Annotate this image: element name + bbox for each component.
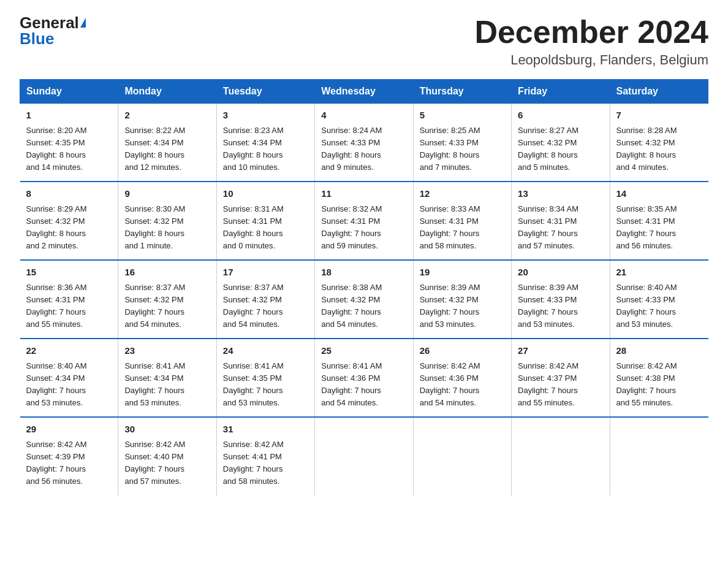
calendar-day-cell: 14Sunrise: 8:35 AM Sunset: 4:31 PM Dayli… [610, 182, 708, 260]
day-number: 29 [26, 423, 112, 437]
day-number: 12 [420, 187, 505, 201]
day-number: 26 [420, 344, 505, 358]
header-sunday: Sunday [20, 80, 118, 104]
day-info: Sunrise: 8:42 AM Sunset: 4:39 PM Dayligh… [26, 439, 112, 488]
calendar-day-cell: 16Sunrise: 8:37 AM Sunset: 4:32 PM Dayli… [118, 260, 216, 339]
day-number: 17 [223, 266, 308, 280]
calendar-day-cell: 5Sunrise: 8:25 AM Sunset: 4:33 PM Daylig… [413, 104, 511, 182]
calendar-day-cell: 30Sunrise: 8:42 AM Sunset: 4:40 PM Dayli… [118, 417, 216, 495]
day-info: Sunrise: 8:37 AM Sunset: 4:32 PM Dayligh… [124, 282, 210, 331]
day-info: Sunrise: 8:22 AM Sunset: 4:34 PM Dayligh… [124, 124, 210, 174]
day-info: Sunrise: 8:40 AM Sunset: 4:33 PM Dayligh… [616, 282, 702, 331]
page-header: General Blue December 2024 Leopoldsburg,… [20, 15, 708, 68]
day-info: Sunrise: 8:36 AM Sunset: 4:31 PM Dayligh… [26, 282, 112, 331]
day-number: 2 [124, 109, 210, 123]
calendar-week-row: 29Sunrise: 8:42 AM Sunset: 4:39 PM Dayli… [20, 417, 708, 495]
calendar-day-cell [610, 417, 708, 495]
day-info: Sunrise: 8:42 AM Sunset: 4:37 PM Dayligh… [518, 360, 603, 410]
day-number: 18 [321, 266, 406, 280]
calendar-day-cell: 27Sunrise: 8:42 AM Sunset: 4:37 PM Dayli… [512, 339, 610, 417]
day-number: 27 [518, 344, 603, 358]
day-info: Sunrise: 8:27 AM Sunset: 4:32 PM Dayligh… [518, 124, 603, 174]
day-info: Sunrise: 8:35 AM Sunset: 4:31 PM Dayligh… [616, 203, 702, 253]
calendar-day-cell: 10Sunrise: 8:31 AM Sunset: 4:31 PM Dayli… [216, 182, 314, 260]
calendar-day-cell: 26Sunrise: 8:42 AM Sunset: 4:36 PM Dayli… [413, 339, 511, 417]
header-thursday: Thursday [413, 80, 511, 104]
day-info: Sunrise: 8:20 AM Sunset: 4:35 PM Dayligh… [26, 124, 112, 174]
day-number: 14 [616, 187, 702, 201]
day-number: 4 [321, 109, 406, 123]
calendar-day-cell: 11Sunrise: 8:32 AM Sunset: 4:31 PM Dayli… [315, 182, 413, 260]
day-number: 8 [26, 187, 112, 201]
day-number: 25 [321, 344, 406, 358]
day-number: 1 [26, 109, 112, 123]
calendar-day-cell: 3Sunrise: 8:23 AM Sunset: 4:34 PM Daylig… [216, 104, 314, 182]
logo: General Blue [20, 15, 86, 47]
day-info: Sunrise: 8:31 AM Sunset: 4:31 PM Dayligh… [223, 203, 308, 253]
calendar-week-row: 22Sunrise: 8:40 AM Sunset: 4:34 PM Dayli… [20, 339, 708, 417]
day-number: 7 [616, 109, 702, 123]
calendar-day-cell: 31Sunrise: 8:42 AM Sunset: 4:41 PM Dayli… [216, 417, 314, 495]
calendar-header-row: Sunday Monday Tuesday Wednesday Thursday… [20, 80, 708, 104]
logo-general: General [20, 15, 79, 31]
calendar-day-cell [413, 417, 511, 495]
day-info: Sunrise: 8:38 AM Sunset: 4:32 PM Dayligh… [321, 282, 406, 331]
day-number: 5 [420, 109, 505, 123]
calendar-day-cell: 17Sunrise: 8:37 AM Sunset: 4:32 PM Dayli… [216, 260, 314, 339]
day-info: Sunrise: 8:39 AM Sunset: 4:32 PM Dayligh… [420, 282, 505, 331]
calendar-day-cell: 25Sunrise: 8:41 AM Sunset: 4:36 PM Dayli… [315, 339, 413, 417]
calendar-day-cell: 23Sunrise: 8:41 AM Sunset: 4:34 PM Dayli… [118, 339, 216, 417]
calendar-day-cell: 28Sunrise: 8:42 AM Sunset: 4:38 PM Dayli… [610, 339, 708, 417]
calendar-week-row: 15Sunrise: 8:36 AM Sunset: 4:31 PM Dayli… [20, 260, 708, 339]
calendar-day-cell: 8Sunrise: 8:29 AM Sunset: 4:32 PM Daylig… [20, 182, 118, 260]
calendar-day-cell: 15Sunrise: 8:36 AM Sunset: 4:31 PM Dayli… [20, 260, 118, 339]
calendar-subtitle: Leopoldsburg, Flanders, Belgium [474, 52, 708, 68]
day-info: Sunrise: 8:40 AM Sunset: 4:34 PM Dayligh… [26, 360, 112, 410]
calendar-day-cell: 1Sunrise: 8:20 AM Sunset: 4:35 PM Daylig… [20, 104, 118, 182]
calendar-day-cell: 20Sunrise: 8:39 AM Sunset: 4:33 PM Dayli… [512, 260, 610, 339]
day-number: 30 [124, 423, 210, 437]
day-info: Sunrise: 8:30 AM Sunset: 4:32 PM Dayligh… [124, 203, 210, 253]
calendar-day-cell [512, 417, 610, 495]
header-tuesday: Tuesday [216, 80, 314, 104]
day-number: 6 [518, 109, 603, 123]
day-info: Sunrise: 8:33 AM Sunset: 4:31 PM Dayligh… [420, 203, 505, 253]
day-number: 11 [321, 187, 406, 201]
calendar-day-cell: 13Sunrise: 8:34 AM Sunset: 4:31 PM Dayli… [512, 182, 610, 260]
day-number: 24 [223, 344, 308, 358]
calendar-table: Sunday Monday Tuesday Wednesday Thursday… [20, 79, 708, 495]
day-number: 23 [124, 344, 210, 358]
calendar-week-row: 8Sunrise: 8:29 AM Sunset: 4:32 PM Daylig… [20, 182, 708, 260]
logo-triangle-icon [80, 18, 86, 28]
calendar-title: December 2024 [474, 15, 708, 50]
day-number: 9 [124, 187, 210, 201]
calendar-day-cell: 2Sunrise: 8:22 AM Sunset: 4:34 PM Daylig… [118, 104, 216, 182]
day-info: Sunrise: 8:29 AM Sunset: 4:32 PM Dayligh… [26, 203, 112, 253]
logo-blue: Blue [20, 31, 54, 47]
day-info: Sunrise: 8:41 AM Sunset: 4:36 PM Dayligh… [321, 360, 406, 410]
day-info: Sunrise: 8:24 AM Sunset: 4:33 PM Dayligh… [321, 124, 406, 174]
day-number: 31 [223, 423, 308, 437]
day-number: 22 [26, 344, 112, 358]
calendar-day-cell: 7Sunrise: 8:28 AM Sunset: 4:32 PM Daylig… [610, 104, 708, 182]
calendar-day-cell: 29Sunrise: 8:42 AM Sunset: 4:39 PM Dayli… [20, 417, 118, 495]
day-info: Sunrise: 8:28 AM Sunset: 4:32 PM Dayligh… [616, 124, 702, 174]
day-info: Sunrise: 8:41 AM Sunset: 4:34 PM Dayligh… [124, 360, 210, 410]
day-number: 16 [124, 266, 210, 280]
day-info: Sunrise: 8:42 AM Sunset: 4:41 PM Dayligh… [223, 439, 308, 488]
day-info: Sunrise: 8:37 AM Sunset: 4:32 PM Dayligh… [223, 282, 308, 331]
day-number: 13 [518, 187, 603, 201]
calendar-day-cell: 4Sunrise: 8:24 AM Sunset: 4:33 PM Daylig… [315, 104, 413, 182]
calendar-day-cell: 12Sunrise: 8:33 AM Sunset: 4:31 PM Dayli… [413, 182, 511, 260]
calendar-day-cell: 21Sunrise: 8:40 AM Sunset: 4:33 PM Dayli… [610, 260, 708, 339]
header-wednesday: Wednesday [315, 80, 413, 104]
title-block: December 2024 Leopoldsburg, Flanders, Be… [474, 15, 708, 68]
day-info: Sunrise: 8:25 AM Sunset: 4:33 PM Dayligh… [420, 124, 505, 174]
calendar-day-cell [315, 417, 413, 495]
day-info: Sunrise: 8:41 AM Sunset: 4:35 PM Dayligh… [223, 360, 308, 410]
day-number: 20 [518, 266, 603, 280]
day-number: 21 [616, 266, 702, 280]
calendar-week-row: 1Sunrise: 8:20 AM Sunset: 4:35 PM Daylig… [20, 104, 708, 182]
day-number: 10 [223, 187, 308, 201]
day-number: 3 [223, 109, 308, 123]
